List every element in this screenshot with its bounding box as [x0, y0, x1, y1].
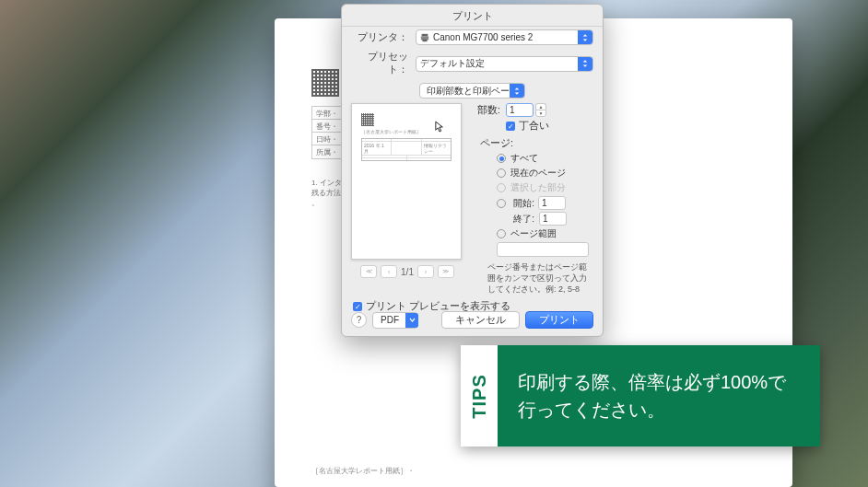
printer-label: プリンタ：: [351, 31, 416, 44]
first-page-button[interactable]: ≪: [360, 265, 377, 278]
copies-stepper[interactable]: ▲ ▼: [535, 103, 546, 117]
last-page-button[interactable]: ≫: [438, 265, 454, 278]
from-input[interactable]: 1: [538, 196, 566, 210]
pages-heading: ページ:: [480, 137, 593, 150]
pages-selection-label: 選択した部分: [510, 181, 566, 194]
document-footer: ［名古屋大学レポート用紙］・: [311, 466, 415, 476]
pages-all-label: すべて: [510, 152, 538, 165]
svg-rect-2: [423, 39, 428, 41]
section-value: 印刷部数と印刷ページ: [427, 85, 519, 98]
collate-label: 丁合い: [519, 120, 549, 133]
to-label: 終了:: [511, 213, 539, 226]
updown-icon: [510, 84, 524, 98]
pdf-menu-button[interactable]: PDF: [372, 312, 418, 329]
to-input[interactable]: 1: [539, 212, 567, 226]
preview-page-nav: ≪ ‹ 1/1 › ≫: [351, 265, 463, 278]
printer-value: Canon MG7700 series 2: [433, 32, 533, 42]
printer-icon: [420, 33, 429, 42]
printer-select[interactable]: Canon MG7700 series 2: [416, 29, 593, 45]
cancel-button[interactable]: キャンセル: [441, 311, 520, 329]
tips-callout: TIPS 印刷する際、倍率は必ず100%で行ってください。: [461, 345, 820, 446]
pages-range-label: ページ範囲: [510, 227, 557, 240]
copies-input[interactable]: 1: [506, 103, 534, 117]
help-button[interactable]: ?: [351, 312, 367, 328]
tips-tab: TIPS: [461, 345, 498, 446]
preset-value: デフォルト設定: [420, 57, 485, 70]
from-label: 開始:: [510, 197, 538, 210]
cursor-icon: [435, 121, 444, 133]
page-range-input[interactable]: [497, 242, 589, 257]
print-dialog: プリント プリンタ： Canon MG7700 series 2 プリセット： …: [341, 4, 604, 337]
preset-label: プリセット：: [351, 51, 416, 76]
dialog-title: プリント: [342, 5, 603, 27]
collate-checkbox[interactable]: ✓: [506, 122, 515, 131]
qr-code-icon: [311, 69, 339, 97]
prev-page-button[interactable]: ‹: [381, 265, 397, 278]
pages-current-label: 現在のページ: [510, 167, 566, 180]
section-select[interactable]: 印刷部数と印刷ページ: [419, 83, 525, 99]
chevron-up-icon: ▲: [535, 103, 546, 110]
preset-select[interactable]: デフォルト設定: [416, 56, 593, 72]
print-preview-page: ［名古屋大学レポート用紙］ 2016 年 1 月情報リテラシー: [351, 103, 462, 260]
pages-fromto-radio[interactable]: [497, 199, 506, 208]
tips-tab-label: TIPS: [469, 374, 490, 418]
pages-range-radio[interactable]: [497, 229, 506, 238]
page-indicator: 1/1: [401, 267, 414, 277]
print-button[interactable]: プリント: [525, 311, 593, 329]
qr-code-icon: [361, 113, 374, 126]
next-page-button[interactable]: ›: [417, 265, 434, 278]
chevron-down-icon: [405, 313, 418, 328]
updown-icon: [578, 30, 592, 44]
updown-icon: [578, 57, 592, 71]
pages-current-radio[interactable]: [497, 168, 506, 178]
tips-text: 印刷する際、倍率は必ず100%で行ってください。: [518, 368, 800, 423]
chevron-down-icon: ▼: [535, 110, 546, 117]
show-preview-checkbox[interactable]: ✓: [353, 302, 362, 311]
pdf-label: PDF: [381, 315, 399, 325]
preview-table: 2016 年 1 月情報リテラシー: [361, 138, 452, 161]
tips-body: 印刷する際、倍率は必ず100%で行ってください。: [498, 345, 820, 446]
svg-rect-0: [422, 33, 428, 36]
copies-label: 部数:: [471, 104, 506, 117]
pages-all-radio[interactable]: [497, 154, 506, 163]
pages-selection-radio: [497, 183, 506, 192]
page-range-hint: ページ番号またはページ範囲をカンマで区切って入力してください。例: 2, 5-8: [487, 261, 593, 295]
